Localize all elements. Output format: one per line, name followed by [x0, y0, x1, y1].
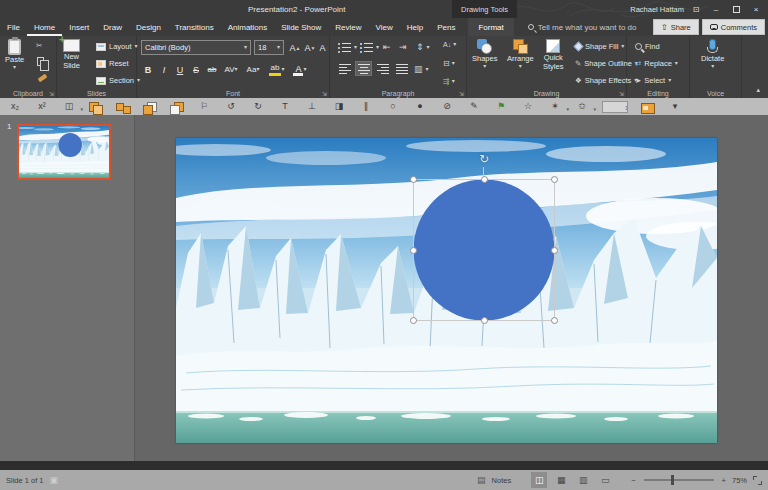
oval-outline-icon[interactable]: ○: [386, 99, 400, 114]
align-objects-icon[interactable]: ⚐: [197, 99, 211, 114]
oval-none-icon[interactable]: ⊘: [440, 99, 454, 114]
ink-pen-icon[interactable]: ✎: [467, 99, 481, 114]
columns-icon[interactable]: ◫▾: [62, 99, 76, 114]
copy-button[interactable]: [37, 57, 44, 66]
resize-handle-top-left[interactable]: [410, 176, 417, 183]
compress-pictures-icon[interactable]: [641, 101, 655, 113]
underline-button[interactable]: U: [175, 62, 185, 77]
text-direction-icon[interactable]: T: [278, 99, 292, 114]
zoom-out-icon[interactable]: −: [631, 476, 635, 485]
tab-review[interactable]: Review: [328, 18, 368, 36]
star-outline-icon[interactable]: ☆: [521, 99, 535, 114]
ungroup-objects-icon[interactable]: [116, 101, 130, 113]
font-dialog-launcher-icon[interactable]: ⇲: [322, 90, 327, 97]
ribbon-display-options-icon[interactable]: ⊡: [688, 2, 704, 16]
text-direction-button[interactable]: A↓▾: [443, 41, 456, 48]
normal-view-icon[interactable]: ◫: [531, 472, 547, 488]
paragraph-dialog-launcher-icon[interactable]: ⇲: [459, 90, 464, 97]
numbering-button[interactable]: ▾: [360, 42, 379, 53]
resize-handle-bottom-middle[interactable]: [481, 317, 488, 324]
justify-button[interactable]: [393, 61, 410, 76]
select-button[interactable]: ➤ Select ▾: [635, 76, 671, 85]
accessibility-checker-icon[interactable]: ▣: [50, 475, 59, 485]
fit-slide-to-window-icon[interactable]: [753, 476, 762, 485]
align-right-button[interactable]: [374, 61, 391, 76]
clipboard-dialog-launcher-icon[interactable]: ⇲: [49, 90, 54, 97]
cut-button[interactable]: ✂: [36, 41, 42, 50]
share-button[interactable]: ⇧ Share: [653, 19, 699, 35]
tab-design[interactable]: Design: [129, 18, 168, 36]
tab-transitions[interactable]: Transitions: [168, 18, 221, 36]
bold-button[interactable]: B: [143, 62, 153, 77]
reading-view-icon[interactable]: ▥: [575, 472, 591, 488]
slideshow-view-icon[interactable]: ▭: [597, 472, 613, 488]
shrink-font-button[interactable]: A▼: [303, 40, 317, 55]
shape-fill-button[interactable]: Shape Fill ▾: [575, 42, 624, 51]
tab-format[interactable]: Format: [468, 18, 513, 36]
columns-button[interactable]: ▥▾: [414, 64, 429, 74]
star-points-icon[interactable]: ✶▾: [548, 99, 562, 114]
increase-indent-button[interactable]: ⇥: [399, 42, 407, 52]
superscript-icon[interactable]: x²: [35, 99, 49, 114]
slide-sorter-view-icon[interactable]: ▦: [553, 472, 569, 488]
reset-button[interactable]: Reset: [96, 59, 129, 68]
quick-styles-button[interactable]: Quick Styles: [543, 39, 563, 71]
font-size-combo[interactable]: 18 ▾: [254, 40, 284, 55]
align-bottom-icon[interactable]: ◨: [332, 99, 346, 114]
font-family-combo[interactable]: Calibri (Body) ▾: [141, 40, 251, 55]
zoom-in-icon[interactable]: +: [722, 476, 726, 485]
dictate-button[interactable]: Dictate ▾: [701, 39, 724, 69]
send-backward-icon[interactable]: [170, 101, 184, 113]
minimize-icon[interactable]: –: [708, 2, 724, 16]
arrange-button[interactable]: Arrange ▾: [507, 39, 534, 69]
comments-button[interactable]: Comments: [702, 19, 765, 35]
new-slide-button[interactable]: New Slide: [63, 39, 80, 70]
shapes-button[interactable]: Shapes ▾: [472, 39, 497, 69]
layout-button[interactable]: Layout ▾: [96, 42, 138, 51]
qat-overflow-caret[interactable]: ▾: [668, 99, 682, 114]
convert-smartart-button[interactable]: ⇶▾: [443, 77, 455, 86]
slide-thumbnail-panel[interactable]: 1: [0, 115, 135, 461]
align-center-button[interactable]: [355, 61, 372, 76]
line-spacing-button[interactable]: ⇕▾: [416, 42, 430, 52]
highlight-color-button[interactable]: ▾: [268, 62, 286, 77]
slide[interactable]: ↻: [176, 138, 717, 443]
bullets-button[interactable]: ▾: [338, 42, 357, 53]
rotate-right-icon[interactable]: ↻: [251, 99, 265, 114]
tab-home[interactable]: Home: [27, 18, 62, 36]
size-spinner[interactable]: [602, 101, 628, 113]
subscript-icon[interactable]: x₂: [8, 99, 22, 114]
italic-button[interactable]: I: [159, 62, 169, 77]
tab-slide-show[interactable]: Slide Show: [274, 18, 328, 36]
replace-button[interactable]: ⇄ Replace ▾: [635, 59, 678, 68]
font-color-button[interactable]: A▾: [292, 62, 308, 77]
align-left-button[interactable]: [336, 61, 353, 76]
zoom-slider[interactable]: [644, 479, 714, 481]
distribute-horizontal-icon[interactable]: ∥: [359, 99, 373, 114]
tell-me-box[interactable]: Tell me what you want to do: [528, 18, 637, 36]
resize-handle-top-middle[interactable]: [481, 176, 488, 183]
drawing-dialog-launcher-icon[interactable]: ⇲: [619, 90, 624, 97]
tab-help[interactable]: Help: [400, 18, 430, 36]
section-button[interactable]: Section ▾: [96, 76, 140, 85]
star-dim-icon[interactable]: ✩▾: [575, 99, 589, 114]
resize-handle-bottom-right[interactable]: [551, 317, 558, 324]
tab-view[interactable]: View: [369, 18, 400, 36]
grow-font-button[interactable]: A▲: [288, 40, 302, 55]
tab-pens[interactable]: Pens: [430, 18, 462, 36]
decrease-indent-button[interactable]: ⇤: [383, 42, 391, 52]
clear-formatting-button[interactable]: A◌: [318, 40, 330, 55]
rotate-text-icon[interactable]: ⊥: [305, 99, 319, 114]
oval-filled-icon[interactable]: ●: [413, 99, 427, 114]
align-text-button[interactable]: ⊟▾: [443, 59, 455, 68]
strikethrough-button[interactable]: S: [191, 62, 201, 77]
zoom-level[interactable]: 75%: [732, 476, 747, 485]
paste-button[interactable]: Paste ▾: [5, 39, 24, 70]
rotation-handle[interactable]: ↻: [476, 151, 492, 167]
rotate-left-icon[interactable]: ↺: [224, 99, 238, 114]
tab-insert[interactable]: Insert: [62, 18, 96, 36]
restore-icon[interactable]: [728, 2, 744, 16]
slide-thumbnail[interactable]: [17, 124, 111, 180]
tab-draw[interactable]: Draw: [96, 18, 129, 36]
zoom-slider-thumb[interactable]: [671, 475, 674, 485]
